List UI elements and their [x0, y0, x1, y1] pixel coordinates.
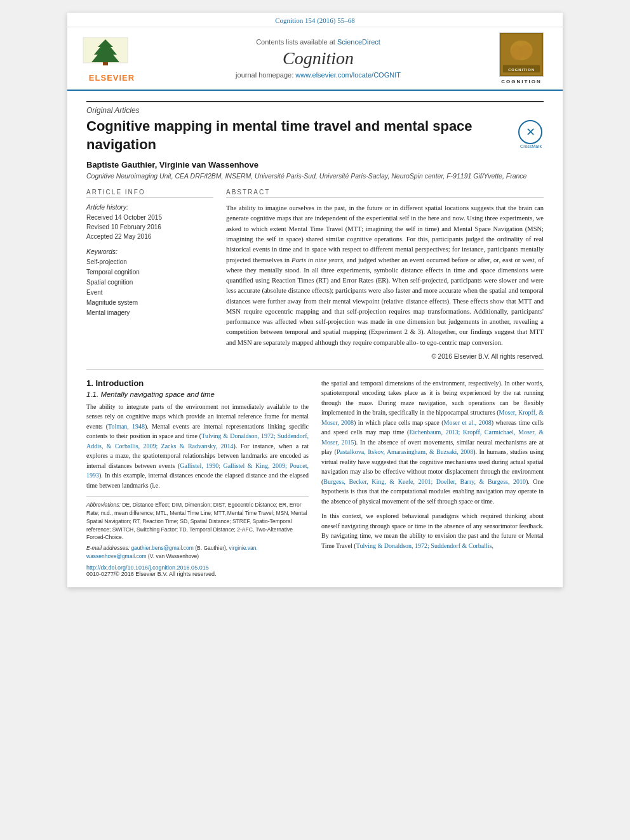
crossmark-badge: ✕ CrossMark	[518, 120, 544, 145]
body-right-col: the spatial and temporal dimensions of t…	[321, 378, 544, 577]
elsevier-logo: ELSEVIER	[80, 34, 144, 83]
article-info-abstract: ARTICLE INFO Article history: Received 1…	[86, 189, 544, 360]
keyword-3: Event	[86, 288, 213, 298]
footnote-email: E-mail addresses: gauthier.bens@gmail.co…	[86, 544, 309, 561]
section1-title: 1. Introduction	[86, 378, 309, 388]
abbrev-label: Abbreviations:	[86, 502, 121, 508]
email2-suffix: (V. van Wassenhove)	[148, 553, 199, 559]
received-date: Received 14 October 2015	[86, 213, 213, 222]
email1[interactable]: gauthier.bens@gmail.com	[131, 545, 193, 551]
divider	[86, 369, 544, 370]
email1-name: (B. Gauthier),	[195, 545, 229, 551]
keyword-4: Magnitude system	[86, 298, 213, 308]
sciencedirect-prefix: Contents lists available at	[256, 38, 337, 46]
footnote-abbrev: Abbreviations: DE, Distance Effect; DIM,…	[86, 501, 309, 542]
cognition-label: COGNITION	[501, 79, 541, 84]
cognition-logo: COGNITION COGNITION	[493, 32, 550, 84]
body-left-para1: The ability to integrate parts of the en…	[86, 402, 309, 491]
homepage-line: journal homepage: www.elsevier.com/locat…	[144, 71, 493, 79]
email2[interactable]: virginie.van.	[229, 545, 258, 551]
abstract-text: The ability to imagine ourselves in the …	[226, 203, 544, 348]
authors: Baptiste Gauthier, Virginie van Wassenho…	[86, 160, 544, 170]
homepage-link[interactable]: www.elsevier.com/locate/COGNIT	[295, 71, 401, 79]
article-title: Cognitive mapping in mental time travel …	[86, 117, 512, 154]
cognition-logo-box: COGNITION	[499, 32, 544, 77]
affiliations: Cognitive Neuroimaging Unit, CEA DRF/I2B…	[86, 172, 544, 180]
revised-date: Revised 10 February 2016	[86, 222, 213, 232]
keyword-2: Spatial cognition	[86, 277, 213, 288]
citation-bar: Cognition 154 (2016) 55–68	[67, 13, 563, 27]
article-page: Cognition 154 (2016) 55–68 ELSEVIER Cont…	[67, 13, 563, 587]
abstract-col: ABSTRACT The ability to imagine ourselve…	[226, 189, 544, 360]
article-body: Original Articles Cognitive mapping in m…	[67, 91, 563, 587]
keyword-1: Temporal cognition	[86, 267, 213, 277]
article-info-col: ARTICLE INFO Article history: Received 1…	[86, 189, 213, 360]
email2-cont[interactable]: wassenhove@gmail.com	[86, 553, 147, 559]
doi-link[interactable]: http://dx.doi.org/10.1016/j.cognition.20…	[86, 564, 309, 571]
journal-title: Cognition	[144, 48, 493, 69]
elsevier-label: ELSEVIER	[80, 73, 144, 83]
body-columns: 1. Introduction 1.1. Mentally navigating…	[86, 378, 544, 577]
copyright: © 2016 Elsevier B.V. All rights reserved…	[226, 353, 544, 360]
body-right-para1: the spatial and temporal dimensions of t…	[321, 378, 544, 507]
svg-rect-2	[103, 62, 108, 65]
section1-sub: 1.1. Mentally navigating space and time	[86, 390, 309, 398]
svg-text:COGNITION: COGNITION	[508, 68, 535, 72]
crossmark-icon: ✕	[518, 120, 542, 144]
abstract-heading: ABSTRACT	[226, 189, 544, 198]
email-label: E-mail addresses:	[86, 545, 131, 551]
sciencedirect-link[interactable]: ScienceDirect	[337, 38, 380, 46]
sciencedirect-line: Contents lists available at ScienceDirec…	[144, 38, 493, 46]
journal-header: ELSEVIER Contents lists available at Sci…	[67, 27, 563, 91]
cognition-brain-icon: COGNITION	[500, 32, 543, 77]
cognition-brain-visual: COGNITION	[500, 33, 543, 76]
journal-center: Contents lists available at ScienceDirec…	[144, 38, 493, 79]
accepted-date: Accepted 22 May 2016	[86, 232, 213, 241]
keywords-list: Self-projection Temporal cognition Spati…	[86, 257, 213, 318]
keyword-0: Self-projection	[86, 257, 213, 267]
body-right-para2: In this context, we explored behavioral …	[321, 511, 544, 550]
footnote-area: Abbreviations: DE, Distance Effect; DIM,…	[86, 497, 309, 577]
svg-point-7	[519, 44, 532, 58]
homepage-prefix: journal homepage:	[236, 71, 295, 79]
article-history-label: Article history:	[86, 203, 213, 211]
elsevier-tree-icon	[80, 34, 131, 69]
section-label: Original Articles	[86, 101, 544, 115]
citation-text: Cognition 154 (2016) 55–68	[275, 17, 355, 24]
article-info-heading: ARTICLE INFO	[86, 189, 213, 198]
keywords-label: Keywords:	[86, 248, 213, 255]
body-left-col: 1. Introduction 1.1. Mentally navigating…	[86, 378, 309, 577]
article-title-row: Cognitive mapping in mental time travel …	[86, 117, 544, 160]
issn-text: 0010-0277/© 2016 Elsevier B.V. All right…	[86, 571, 309, 577]
keyword-5: Mental imagery	[86, 308, 213, 318]
